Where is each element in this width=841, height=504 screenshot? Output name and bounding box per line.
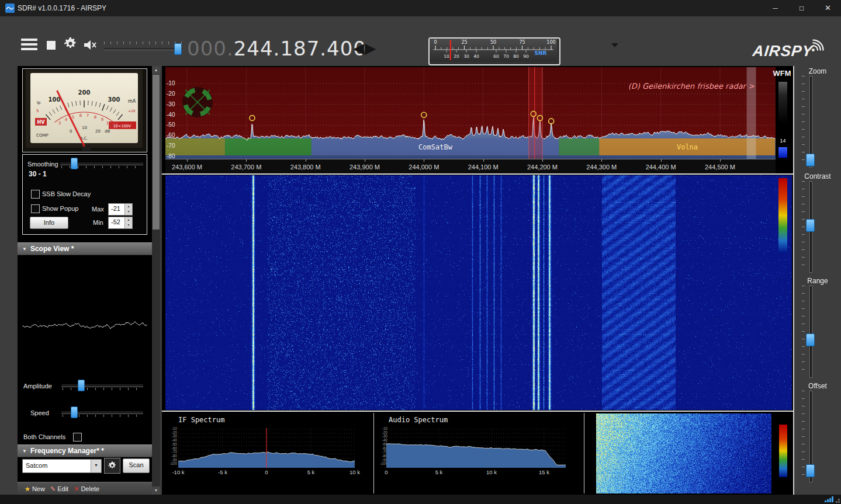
edit-entry-button[interactable]: Edit [57, 485, 68, 492]
menu-button[interactable] [21, 39, 37, 50]
airspy-waves-icon [807, 36, 829, 56]
frequency-axis-label: 244,200 M [519, 164, 566, 171]
stop-button[interactable] [47, 41, 56, 50]
svg-text:20: 20 [454, 54, 459, 59]
frequency-axis-label: 244,000 M [400, 164, 447, 171]
contrast-slider-thumb[interactable] [806, 219, 815, 232]
smoothing-slider[interactable] [60, 157, 143, 170]
collapse-arrow-icon: ▼ [22, 244, 27, 255]
new-entry-button[interactable]: New [32, 485, 45, 492]
title-bar[interactable]: SDR# v1.0.0.1716 - AIRSPY ─ □ ✕ [0, 0, 841, 16]
range-slider-ticks [802, 286, 805, 377]
frequency-axis-tick [661, 159, 662, 162]
ssb-slow-decay-checkbox[interactable] [31, 190, 40, 199]
volume-slider-thumb[interactable] [174, 43, 182, 55]
max-spinner[interactable]: -21 ▲▼ [108, 203, 133, 215]
snr-meter-dropdown-caret[interactable] [611, 43, 618, 47]
scrollbar-thumb[interactable] [153, 75, 160, 230]
snr-meter: 02550751001020304060708090SNR [428, 37, 560, 65]
frequency-group-value: Satcom [26, 462, 47, 469]
volume-slider[interactable] [104, 41, 182, 56]
sdrsharp-window: SDR# v1.0.0.1716 - AIRSPY ─ □ ✕ 000.244.… [0, 0, 841, 504]
audio-settings-panel: Smoothing 30 - 1 SSB Slow Decay Show Pop… [22, 154, 147, 235]
scan-button[interactable]: Scan [123, 458, 150, 473]
frequency-digits[interactable]: 244.187.400 [234, 37, 366, 60]
zoom-slider-ticks [802, 76, 805, 166]
db-axis-label: -10 [167, 80, 175, 86]
min-spinner[interactable]: -52 ▲▼ [108, 217, 133, 229]
max-label: Max [92, 206, 104, 213]
info-button[interactable]: Info [30, 217, 68, 229]
sidebar-scrollbar[interactable]: ▲ ▼ [152, 66, 160, 495]
volume-slider-track[interactable] [104, 48, 182, 50]
svg-text:75: 75 [519, 40, 525, 45]
tune-step-arrows[interactable]: ◀▶ [353, 40, 376, 57]
contrast-label: Contrast [794, 172, 841, 180]
speed-slider-thumb[interactable] [71, 406, 78, 418]
offset-slider-thumb[interactable] [806, 464, 815, 477]
max-spinner-arrows[interactable]: ▲▼ [124, 204, 132, 215]
audio-spectrum-title: Audio Spectrum [389, 416, 448, 424]
app-icon [5, 4, 15, 13]
delete-entry-button[interactable]: Delete [81, 485, 99, 492]
frequency-manager-settings-button[interactable] [104, 458, 120, 474]
maximize-button[interactable]: □ [788, 0, 815, 16]
minimize-button[interactable]: ─ [762, 0, 788, 16]
offset-label: Offset [794, 382, 841, 390]
ssb-slow-decay-label: SSB Slow Decay [42, 190, 91, 197]
frequency-axis-label: 243,900 M [341, 164, 388, 171]
svg-text:25: 25 [461, 40, 467, 45]
if-spectrum-panel: IF Spectrum -10-20-30-40-50-60-70-80-90-… [165, 413, 371, 493]
scroll-up-arrow[interactable]: ▲ [152, 66, 160, 74]
range-label: Range [794, 277, 841, 285]
left-panel: 100200300mA345678910HV10×100VCOMPA.C.010… [18, 66, 152, 495]
svg-text:10: 10 [444, 54, 449, 59]
speed-slider[interactable] [61, 406, 143, 419]
waterfall[interactable] [165, 175, 792, 410]
main-display-area: ComSatBwVolna(D) Geilenkirchen frisbee r… [162, 66, 793, 495]
settings-gear-icon[interactable] [63, 36, 78, 53]
rf-spectrum[interactable]: ComSatBwVolna(D) Geilenkirchen frisbee r… [165, 67, 776, 159]
svg-text:ComSatBw: ComSatBw [418, 143, 453, 151]
tune-down-arrow[interactable]: ◀ [353, 40, 365, 56]
audio-axis-labels: 05 k10 k15 k [376, 469, 582, 477]
range-slider[interactable] [809, 286, 812, 378]
scroll-down-arrow[interactable]: ▼ [152, 486, 160, 495]
scope-waveform [22, 314, 147, 338]
scope-view-header[interactable]: ▼Scope View * [18, 242, 152, 255]
frequency-manager-header[interactable]: ▼Frequency Manager* * [18, 444, 152, 457]
amplitude-slider[interactable] [61, 379, 143, 392]
db-axis-label: -40 [167, 112, 175, 118]
both-channels-checkbox[interactable] [73, 433, 82, 442]
svg-text:80: 80 [513, 54, 519, 59]
if-spectrum-title: IF Spectrum [178, 416, 224, 424]
frequency-axis-label: 244,300 M [578, 164, 625, 171]
frequency-axis-tick [483, 159, 484, 162]
zoom-slider-thumb[interactable] [806, 154, 815, 166]
select-caret-icon[interactable]: ▼ [91, 460, 101, 472]
tune-up-arrow[interactable]: ▶ [365, 40, 376, 56]
frequency-axis-tick [720, 159, 721, 162]
frequency-axis-label: 243,600 M [164, 164, 210, 171]
svg-text:0: 0 [434, 40, 437, 45]
min-value: -52 [111, 218, 120, 225]
frequency-display[interactable]: 000.244.187.400 [187, 35, 366, 62]
close-button[interactable]: ✕ [815, 0, 841, 16]
svg-text:70: 70 [503, 54, 509, 59]
frequency-axis-tick [542, 159, 543, 162]
svg-text:(D) Geilenkirchen frisbee rada: (D) Geilenkirchen frisbee radar > [628, 82, 755, 91]
mute-icon[interactable] [83, 39, 97, 54]
resize-grip[interactable] [838, 501, 840, 503]
audio-waterfall [596, 413, 771, 493]
amplitude-slider-thumb[interactable] [78, 380, 85, 391]
offset-slider-ticks [802, 391, 805, 481]
frequency-axis: 243,600 M243,700 M243,800 M243,900 M244,… [165, 159, 776, 174]
min-spinner-arrows[interactable]: ▲▼ [124, 217, 132, 228]
db-axis-label: -70 [167, 142, 175, 149]
frequency-group-select[interactable]: Satcom ▼ [22, 459, 102, 473]
airspy-logo-text: AIRSPY [752, 42, 814, 60]
show-popup-checkbox[interactable] [31, 204, 40, 213]
status-strip [0, 495, 841, 504]
range-slider-thumb[interactable] [806, 333, 815, 346]
smoothing-slider-thumb[interactable] [71, 158, 78, 169]
